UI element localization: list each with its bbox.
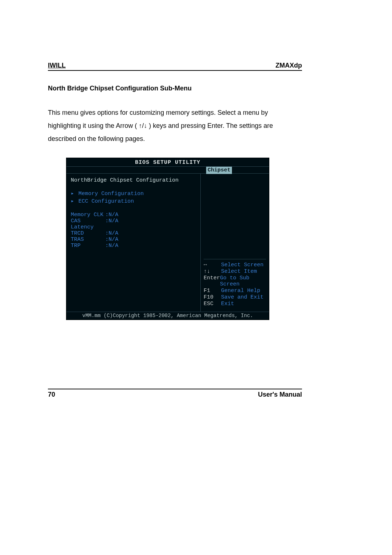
param-label: TRAS (71, 236, 105, 243)
help-desc: Select Screen (221, 262, 264, 268)
bios-copyright: vMM.mm (C)Copyright 1985-2002, American … (66, 312, 269, 320)
param-label: Memory CLK (71, 212, 105, 218)
memory-params: Memory CLK :N/A CAS Latency :N/A TRCD :N… (71, 212, 196, 249)
bios-panel-title: NorthBridge Chipset Configuration (71, 177, 196, 183)
submenu-ecc-config[interactable]: ▸ ECC Configuration (71, 198, 196, 204)
param-row: TRP :N/A (71, 243, 196, 249)
param-value: :N/A (105, 230, 118, 236)
help-key: F1 (204, 288, 221, 294)
tab-chipset[interactable]: Chipset (206, 167, 232, 174)
footer-label: User's Manual (258, 391, 302, 398)
help-row: ↑↓ Select Item (204, 268, 266, 275)
body-paragraph: This menu gives options for customizing … (48, 106, 302, 145)
page-footer: 70 User's Manual (48, 389, 302, 398)
param-label: TRCD (71, 230, 105, 236)
help-desc: General Help (221, 288, 260, 294)
page-number: 70 (48, 391, 55, 398)
section-title: North Bridge Chipset Configuration Sub-M… (48, 85, 302, 92)
param-label: CAS Latency (71, 218, 105, 230)
help-row: ↔ Select Screen (204, 262, 266, 268)
submenu-label: ECC Configuration (78, 198, 134, 204)
param-label: TRP (71, 243, 105, 249)
bios-help-box: ↔ Select Screen ↑↓ Select Item Enter Go … (204, 259, 266, 307)
page-content: IWILL ZMAXdp North Bridge Chipset Config… (48, 62, 302, 320)
bios-window: BIOS SETUP UTILITY Chipset NorthBridge C… (66, 158, 269, 320)
bios-right-pane: ↔ Select Screen ↑↓ Select Item Enter Go … (201, 174, 269, 312)
param-value: :N/A (105, 236, 118, 243)
bios-left-pane: NorthBridge Chipset Configuration ▸ Memo… (66, 174, 201, 312)
chevron-right-icon: ▸ (71, 190, 75, 197)
help-key: ↑↓ (204, 268, 221, 275)
help-desc: Save and Exit (221, 294, 264, 300)
submenu-label: Memory Configuration (78, 191, 144, 197)
chevron-right-icon: ▸ (71, 198, 75, 204)
help-key: F10 (204, 294, 221, 300)
help-row: ESC Exit (204, 301, 266, 307)
help-desc: Exit (221, 301, 234, 307)
help-desc: Select Item (221, 268, 257, 275)
help-key: Enter (204, 275, 220, 287)
help-desc: Go to Sub Screen (220, 275, 266, 287)
bios-tabbar: Chipset (66, 166, 269, 174)
page-header: IWILL ZMAXdp (48, 62, 302, 71)
help-row: F1 General Help (204, 288, 266, 294)
help-key: ESC (204, 301, 221, 307)
param-value: :N/A (105, 212, 118, 218)
bios-body: NorthBridge Chipset Configuration ▸ Memo… (66, 174, 269, 312)
bios-screenshot: BIOS SETUP UTILITY Chipset NorthBridge C… (66, 158, 269, 320)
param-row: TRAS :N/A (71, 236, 196, 243)
param-row: CAS Latency :N/A (71, 218, 196, 230)
help-row: F10 Save and Exit (204, 294, 266, 300)
param-row: Memory CLK :N/A (71, 212, 196, 218)
param-row: TRCD :N/A (71, 230, 196, 236)
bios-title: BIOS SETUP UTILITY (66, 158, 269, 166)
header-right: ZMAXdp (275, 62, 302, 69)
help-row: Enter Go to Sub Screen (204, 275, 266, 287)
header-left: IWILL (48, 62, 66, 69)
param-value: :N/A (105, 243, 118, 249)
submenu-memory-config[interactable]: ▸ Memory Configuration (71, 190, 196, 197)
param-value: :N/A (105, 218, 118, 230)
help-key: ↔ (204, 262, 221, 268)
